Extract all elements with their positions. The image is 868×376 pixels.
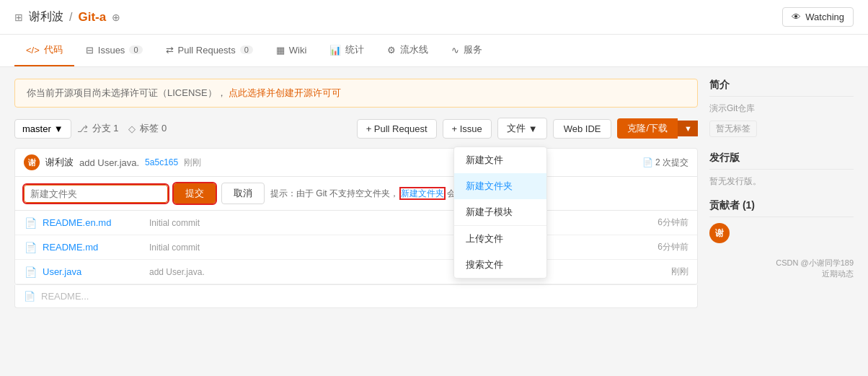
file-button[interactable]: 文件 ▼ (497, 118, 547, 139)
file-toolbar-wrap: 文件 ▼ 新建文件 新建文件夹 新建子模块 上传文件 搜索文件 (497, 118, 547, 139)
contributors-row: 谢 (709, 223, 854, 243)
right-panel: 简介 演示Git仓库 暂无标签 发行版 暂无发行版。 贡献者 (1) 谢 CSD… (709, 79, 854, 308)
commit-count: 📄 2 次提交 (642, 157, 688, 169)
file-name-0[interactable]: README.en.md (43, 217, 143, 228)
repo-slash: / (69, 11, 72, 24)
branch-name: master (22, 123, 51, 134)
nav-tabs: </> 代码 ⊟ Issues 0 ⇄ Pull Requests 0 ▦ Wi… (0, 35, 868, 67)
clone-arrow-button[interactable]: ▼ (678, 121, 698, 136)
file-row-1[interactable]: 📄 README.md Initial commit 6分钟前 (15, 235, 697, 260)
tab-issues-label: Issues (98, 45, 125, 56)
csdn-footer: CSDN @小谢同学189 近期动态 (709, 258, 854, 279)
tab-pullrequest[interactable]: ⇄ Pull Requests 0 (154, 35, 265, 66)
file-dropdown-menu: 新建文件 新建文件夹 新建子模块 上传文件 搜索文件 (453, 147, 547, 279)
tab-stats-label: 统计 (345, 43, 364, 56)
tab-wiki-label: Wiki (289, 45, 307, 56)
hint-prefix: 提示：由于 Git 不支持空文件夹， (270, 188, 399, 198)
toolbar: master ▼ ⎇ 分支 1 ◇ 标签 0 + Pull Request + … (14, 118, 698, 139)
file-name-2[interactable]: User.java (43, 266, 143, 277)
tab-code[interactable]: </> 代码 (14, 35, 74, 66)
file-icon-0: 📄 (24, 217, 37, 229)
submit-button[interactable]: 提交 (174, 183, 216, 204)
tab-service-label: 服务 (464, 43, 482, 56)
wiki-icon: ▦ (276, 45, 285, 56)
file-time-1: 6分钟前 (657, 241, 688, 253)
branch-icon: ⎇ (77, 123, 88, 134)
watch-button[interactable]: 👁 Watching (782, 7, 854, 27)
repo-name[interactable]: Git-a (78, 10, 106, 25)
csdn-sub: 近期动态 (709, 268, 854, 279)
repo-icon: ⊞ (14, 12, 23, 23)
bottom-text: README... (41, 291, 89, 302)
commit-count-text: 2 次提交 (655, 157, 688, 167)
file-btn-label: 文件 (507, 122, 526, 135)
verify-icon: ⊕ (112, 12, 120, 23)
file-commit-2: add User.java. (149, 267, 665, 277)
commit-hash[interactable]: 5a5c165 (145, 157, 178, 167)
branch-count[interactable]: 分支 1 (92, 122, 119, 135)
sidebar-intro-desc: 演示Git仓库 (709, 102, 854, 115)
file-time-2: 刚刚 (671, 266, 688, 278)
commit-author[interactable]: 谢利波 (45, 156, 74, 169)
file-time-0: 6分钟前 (657, 217, 688, 229)
dropdown-new-file[interactable]: 新建文件 (454, 147, 546, 173)
bottom-icon: 📄 (24, 291, 35, 302)
issues-icon: ⊟ (86, 45, 94, 56)
watch-icon: 👁 (792, 12, 801, 22)
dropdown-search-file[interactable]: 搜索文件 (454, 252, 546, 278)
contributor-avatar-0[interactable]: 谢 (709, 223, 730, 243)
tab-pr-label: Pull Requests (178, 45, 236, 56)
tab-issues[interactable]: ⊟ Issues 0 (74, 35, 154, 66)
sidebar-tag: 暂无标签 (709, 121, 757, 137)
dropdown-upload-file[interactable]: 上传文件 (454, 226, 546, 252)
commit-time: 刚刚 (184, 157, 201, 169)
tab-pipeline[interactable]: ⚙ 流水线 (376, 35, 440, 66)
tab-wiki[interactable]: ▦ Wiki (265, 35, 319, 66)
license-text-prefix: 你当前开源项目尚未选择许可证（LICENSE）， (27, 87, 226, 98)
new-folder-input[interactable] (24, 185, 168, 203)
csdn-text: CSDN @小谢同学189 (709, 258, 854, 268)
file-commit-1: Initial commit (149, 242, 652, 253)
stats-icon: 📊 (329, 45, 341, 56)
sidebar-release-title: 发行版 (709, 152, 854, 170)
hint-highlight: 新建文件夹 (401, 188, 444, 198)
sidebar-contributors: 贡献者 (1) 谢 (709, 199, 854, 243)
tab-stats[interactable]: 📊 统计 (318, 35, 376, 66)
pr-badge: 0 (240, 45, 253, 54)
tab-pipeline-label: 流水线 (400, 43, 428, 56)
issue-button[interactable]: + Issue (443, 119, 492, 139)
clone-button-group: 克隆/下载 ▼ (617, 118, 698, 139)
header: ⊞ 谢利波 / Git-a ⊕ 👁 Watching (0, 0, 868, 35)
file-row-0[interactable]: 📄 README.en.md Initial commit 6分钟前 (15, 211, 697, 235)
file-icon-2: 📄 (24, 266, 37, 278)
webide-button[interactable]: Web IDE (553, 119, 612, 139)
branch-selector[interactable]: master ▼ (14, 119, 71, 139)
file-commit-0: Initial commit (149, 218, 652, 228)
new-folder-row: 提交 取消 提示：由于 Git 不支持空文件夹， 新建文件夹 会生成的 .kee… (15, 177, 697, 211)
sidebar-release-text: 暂无发行版。 (709, 175, 854, 188)
code-icon: </> (26, 45, 40, 56)
file-arrow-icon: ▼ (528, 123, 538, 134)
clone-main-button[interactable]: 克隆/下载 (617, 118, 678, 139)
file-name-1[interactable]: README.md (43, 242, 143, 253)
sidebar-release: 发行版 暂无发行版。 (709, 152, 854, 188)
pull-request-button[interactable]: + Pull Request (357, 119, 437, 139)
file-row-2[interactable]: 📄 User.java add User.java. 刚刚 (15, 260, 697, 284)
file-area: 谢 谢利波 add User.java. 5a5c165 刚刚 📄 2 次提交 … (14, 148, 698, 285)
commit-row: 谢 谢利波 add User.java. 5a5c165 刚刚 📄 2 次提交 (15, 149, 697, 177)
user-name[interactable]: 谢利波 (29, 9, 63, 25)
commit-count-icon: 📄 (642, 157, 653, 167)
license-link[interactable]: 点此选择并创建开源许可可 (229, 87, 341, 98)
issues-badge: 0 (129, 45, 142, 54)
cancel-button[interactable]: 取消 (221, 183, 265, 204)
file-icon-1: 📄 (24, 242, 37, 253)
commit-message: add User.java. (79, 157, 139, 168)
tab-service[interactable]: ∿ 服务 (440, 35, 494, 66)
dropdown-new-folder[interactable]: 新建文件夹 (454, 173, 546, 199)
pipeline-icon: ⚙ (387, 45, 396, 56)
sidebar-contributors-title: 贡献者 (1) (709, 199, 854, 217)
branch-arrow-icon: ▼ (54, 123, 63, 134)
dropdown-new-submodule[interactable]: 新建子模块 (454, 199, 546, 225)
watch-label: Watching (805, 12, 844, 22)
tag-count[interactable]: 标签 0 (140, 122, 167, 135)
